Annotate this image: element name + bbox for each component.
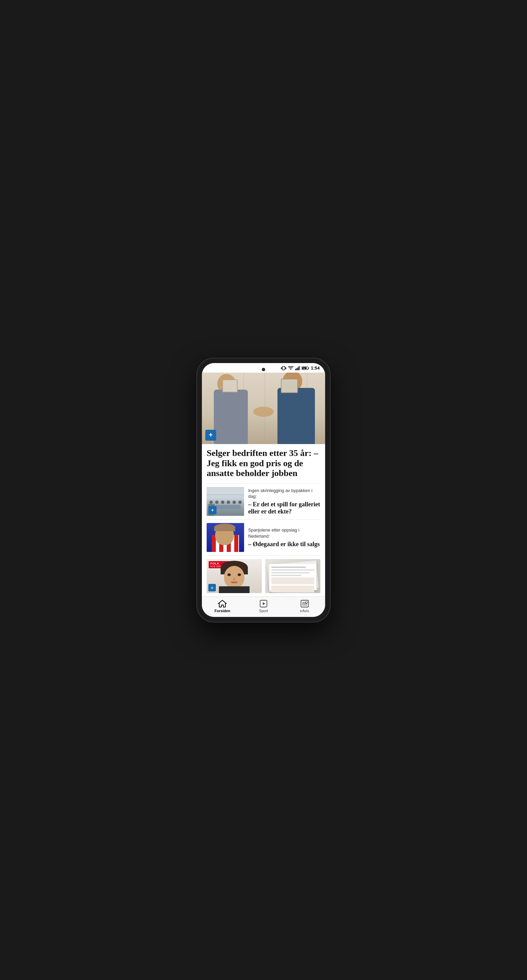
svg-rect-3 [281,368,282,369]
news-label-odegaard: Spanjolene etter oppslag i Nederland: [248,527,320,539]
vibrate-icon [281,366,286,371]
news-item-odegaard[interactable]: Spanjolene etter oppslag i Nederland: – … [207,519,320,555]
news-thumb-odegaard [207,523,244,552]
phone-screen: 79 1:54 [202,363,325,617]
document-image [265,559,320,593]
svg-rect-8 [298,367,299,370]
small-item-folk[interactable]: FOLK NYE DRAMMEN [207,559,262,593]
bottom-nav: Forsiden Sport [202,597,325,617]
wifi-icon [288,366,293,370]
news-item-bypakke[interactable]: + Ingen skrinlegging av bypakken i dag: … [207,483,320,519]
article-content: Selger bedriften etter 35 år: – Jeg fikk… [202,444,325,597]
svg-marker-15 [263,602,265,605]
status-icons: 79 1:54 [281,366,320,371]
newspaper-icon [300,600,309,608]
news-text-odegaard: Spanjolene etter oppslag i Nederland: – … [248,523,320,552]
home-icon [218,600,227,608]
hero-people [202,372,325,444]
svg-rect-2 [285,367,286,369]
nav-item-sport[interactable]: Sport [243,600,284,613]
football-player-image [207,523,244,552]
battery-icon: 79 [302,366,309,370]
news-text-bypakke: Ingen skrinlegging av bypakken i dag: – … [248,487,320,516]
news-headline-odegaard: – Ødegaard er ikke til salgs [248,541,320,548]
hero-premium-badge: + [205,430,216,441]
news-headline-bypakke: – Er det et spill for galleriet eller er… [248,501,320,515]
nav-item-eavis[interactable]: eAvis [284,600,325,613]
svg-rect-7 [296,368,297,370]
svg-rect-1 [282,367,282,369]
nav-item-forsiden[interactable]: Forsiden [202,600,243,613]
phone-device: 79 1:54 [197,358,330,622]
bypakke-premium-badge: + [209,506,217,514]
svg-rect-6 [295,369,296,370]
svg-text:79: 79 [303,368,305,369]
svg-rect-9 [299,366,299,370]
svg-rect-20 [306,601,307,603]
main-headline[interactable]: Selger bedriften etter 35 år: – Jeg fikk… [207,448,320,479]
svg-rect-4 [286,368,286,369]
signal-icon [295,366,300,370]
folk-premium-badge: + [209,584,216,592]
nav-label-eavis: eAvis [300,609,309,613]
small-items-row: FOLK NYE DRAMMEN [207,555,320,593]
small-item-document[interactable] [265,559,320,593]
news-thumb-bypakke: + [207,487,244,516]
svg-rect-11 [308,368,309,369]
news-label-bypakke: Ingen skrinlegging av bypakken i dag: [248,488,320,500]
status-bar: 79 1:54 [202,363,325,372]
nav-label-forsiden: Forsiden [215,609,230,613]
nav-label-sport: Sport [259,609,268,613]
svg-rect-0 [282,366,285,370]
status-time: 1:54 [311,366,320,371]
svg-point-5 [290,369,291,369]
play-icon [259,600,268,608]
hero-image[interactable]: + [202,372,325,444]
